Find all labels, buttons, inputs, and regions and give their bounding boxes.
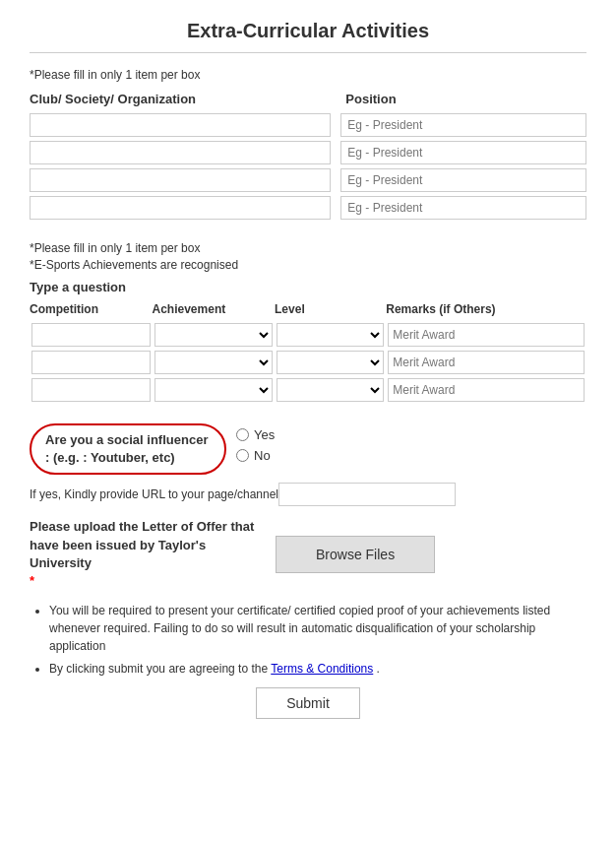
url-input[interactable] xyxy=(278,483,456,506)
social-yes-text: Yes xyxy=(254,427,275,442)
ach-remarks-2[interactable] xyxy=(388,351,585,374)
url-row: If yes, Kindly provide URL to your page/… xyxy=(30,483,586,506)
submit-row: Submit xyxy=(30,687,586,719)
club-org-input-2[interactable] xyxy=(30,141,331,164)
social-no-text: No xyxy=(254,448,271,463)
achievements-note2: *E-Sports Achievements are recognised xyxy=(30,258,586,272)
ach-level-select-2[interactable] xyxy=(277,351,384,374)
club-pos-header: Position xyxy=(336,92,586,111)
ach-col-competition: Competition xyxy=(30,302,153,321)
submit-button[interactable]: Submit xyxy=(256,687,360,719)
browse-files-button[interactable]: Browse Files xyxy=(276,536,435,573)
ach-level-select-1[interactable] xyxy=(277,323,384,347)
ach-remarks-3[interactable] xyxy=(388,378,585,402)
ach-remarks-1[interactable] xyxy=(388,323,585,347)
club-section: *Please fill in only 1 item per box Club… xyxy=(30,68,586,222)
ach-competition-2[interactable] xyxy=(31,351,151,374)
ach-col-achievement: Achievement xyxy=(153,302,276,321)
ach-row-3 xyxy=(30,376,586,404)
club-row-3 xyxy=(30,166,586,194)
ach-col-remarks: Remarks (if Others) xyxy=(386,302,586,321)
achievements-table: Competition Achievement Level Remarks (i… xyxy=(30,302,586,404)
club-pos-input-2[interactable] xyxy=(340,141,586,164)
club-org-input-4[interactable] xyxy=(30,196,331,220)
page-title: Extra-Curricular Activities xyxy=(30,20,586,42)
club-row-4 xyxy=(30,194,586,222)
upload-required-star: * xyxy=(30,573,34,588)
upload-section: Please upload the Letter of Offer that h… xyxy=(30,518,586,590)
ach-achievement-select-3[interactable] xyxy=(154,378,274,402)
ach-achievement-select-1[interactable] xyxy=(154,323,274,347)
social-yes-radio[interactable] xyxy=(236,428,249,441)
ach-competition-3[interactable] xyxy=(31,378,151,402)
club-org-input-1[interactable] xyxy=(30,113,331,137)
achievements-note1: *Please fill in only 1 item per box xyxy=(30,241,586,255)
club-pos-input-3[interactable] xyxy=(340,168,586,192)
ach-row-1 xyxy=(30,321,586,349)
bullet-note-1: You will be required to present your cer… xyxy=(49,602,586,655)
terms-conditions-link[interactable]: Terms & Conditions xyxy=(271,662,373,676)
social-no-label: No xyxy=(236,448,275,463)
social-influencer-label: Are you a social influencer : (e.g. : Yo… xyxy=(30,423,226,475)
club-pos-input-1[interactable] xyxy=(340,113,586,137)
club-row-2 xyxy=(30,139,586,166)
club-note: *Please fill in only 1 item per box xyxy=(30,68,586,82)
club-org-header: Club/ Society/ Organization xyxy=(30,92,336,111)
social-influencer-section: Are you a social influencer : (e.g. : Yo… xyxy=(30,423,586,475)
type-question-label: Type a question xyxy=(30,280,586,294)
bullet-notes: You will be required to present your cer… xyxy=(30,602,586,678)
club-row-1 xyxy=(30,111,586,139)
club-org-input-3[interactable] xyxy=(30,168,331,192)
achievements-section: *Please fill in only 1 item per box *E-S… xyxy=(30,241,586,404)
upload-label: Please upload the Letter of Offer that h… xyxy=(30,518,256,590)
bullet-note-2: By clicking submit you are agreeing to t… xyxy=(49,660,586,678)
club-table: Club/ Society/ Organization Position xyxy=(30,92,586,222)
ach-achievement-select-2[interactable] xyxy=(154,351,274,374)
social-no-radio[interactable] xyxy=(236,449,249,462)
ach-competition-1[interactable] xyxy=(31,323,151,347)
url-label: If yes, Kindly provide URL to your page/… xyxy=(30,487,278,501)
ach-level-select-3[interactable] xyxy=(277,378,384,402)
social-yes-label: Yes xyxy=(236,427,275,442)
social-options: Yes No xyxy=(236,423,275,463)
ach-col-level: Level xyxy=(275,302,386,321)
club-pos-input-4[interactable] xyxy=(340,196,586,220)
ach-row-2 xyxy=(30,349,586,376)
